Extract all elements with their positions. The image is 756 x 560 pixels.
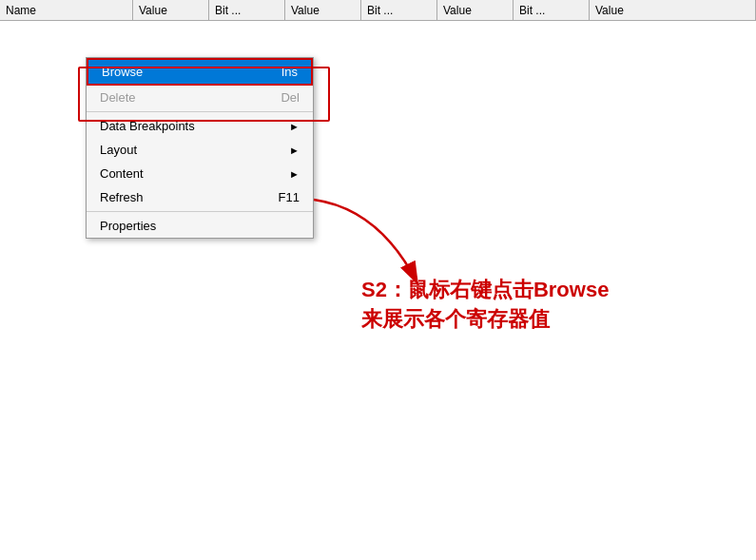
col-value1: Value (133, 0, 209, 20)
menu-content-label: Content (100, 166, 144, 181)
annotation-text: S2：鼠标右键点击Browse 来展示各个寄存器值 (361, 276, 609, 335)
menu-item-properties[interactable]: Properties (87, 214, 313, 238)
menu-item-delete[interactable]: Delete Del (87, 86, 313, 109)
context-menu: Browse Ins Delete Del Data Breakpoints ►… (86, 57, 314, 239)
menu-item-layout[interactable]: Layout ► (87, 138, 313, 162)
menu-item-content[interactable]: Content ► (87, 162, 313, 185)
submenu-arrow-icon: ► (289, 121, 300, 132)
menu-refresh-shortcut: F11 (279, 190, 300, 204)
submenu-arrow-icon-layout: ► (289, 145, 300, 156)
menu-delete-label: Delete (100, 90, 136, 105)
col-bit2: Bit ... (361, 0, 437, 20)
menu-browse-shortcut: Ins (281, 65, 298, 79)
menu-properties-label: Properties (100, 219, 156, 233)
menu-refresh-label: Refresh (100, 190, 144, 204)
menu-item-browse[interactable]: Browse Ins (87, 58, 313, 86)
menu-item-data-breakpoints[interactable]: Data Breakpoints ► (87, 114, 313, 138)
col-value3: Value (437, 0, 514, 20)
table-header: Name Value Bit ... Value Bit ... Value B… (0, 0, 756, 21)
col-name: Name (0, 0, 133, 20)
menu-browse-label: Browse (102, 65, 143, 79)
col-bit3: Bit ... (514, 0, 590, 20)
annotation-line1: S2：鼠标右键点击Browse (361, 276, 609, 305)
menu-item-refresh[interactable]: Refresh F11 (87, 185, 313, 209)
col-value4: Value (590, 0, 756, 20)
menu-data-breakpoints-label: Data Breakpoints (100, 119, 195, 133)
menu-separator-1 (87, 111, 313, 112)
menu-layout-label: Layout (100, 143, 137, 157)
annotation-line2: 来展示各个寄存器值 (361, 305, 609, 335)
menu-delete-shortcut: Del (281, 90, 300, 105)
col-value2: Value (285, 0, 361, 20)
menu-separator-2 (87, 211, 313, 212)
col-bit1: Bit ... (209, 0, 285, 20)
submenu-arrow-icon-content: ► (289, 168, 300, 180)
